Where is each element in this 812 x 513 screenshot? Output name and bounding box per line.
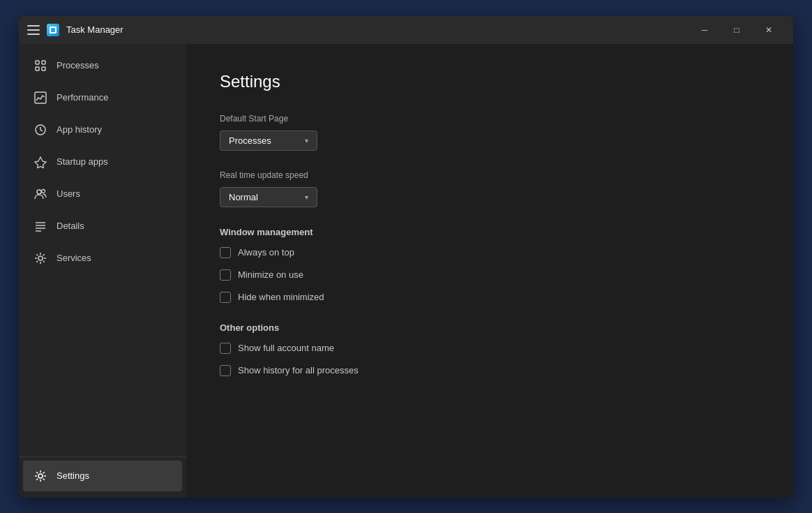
real-time-update-label: Real time update speed: [220, 170, 760, 180]
window-management-section: Window management Always on top Minimize…: [220, 227, 760, 303]
show-full-account-name-item[interactable]: Show full account name: [220, 343, 760, 354]
svg-rect-4: [35, 92, 46, 103]
svg-point-12: [38, 256, 43, 260]
sidebar-item-label: Users: [57, 188, 80, 199]
services-icon: [34, 252, 47, 265]
settings-icon: [34, 470, 47, 482]
sidebar: Processes Performance App history: [19, 44, 186, 498]
startup-apps-icon: [34, 156, 47, 168]
dropdown-value: Processes: [229, 135, 271, 146]
default-start-page-label: Default Start Page: [220, 114, 760, 124]
real-time-update-dropdown[interactable]: Normal ▾: [220, 187, 317, 207]
details-icon: [34, 220, 47, 232]
users-icon: [34, 188, 47, 200]
sidebar-item-processes[interactable]: Processes: [23, 50, 182, 81]
sidebar-item-label: Processes: [57, 60, 99, 70]
processes-icon: [34, 59, 47, 72]
sidebar-item-users[interactable]: Users: [23, 179, 182, 209]
hide-when-minimized-label: Hide when minimized: [238, 292, 324, 302]
minimize-on-use-label: Minimize on use: [238, 269, 303, 280]
sidebar-item-settings[interactable]: Settings: [23, 461, 182, 491]
sidebar-bottom: Settings: [19, 456, 186, 492]
svg-point-7: [42, 189, 45, 193]
sidebar-item-label: Performance: [57, 92, 108, 103]
window-management-title: Window management: [220, 227, 760, 237]
svg-rect-1: [42, 61, 45, 64]
minimize-on-use-item[interactable]: Minimize on use: [220, 269, 760, 281]
always-on-top-checkbox[interactable]: [220, 247, 231, 258]
show-full-account-name-checkbox[interactable]: [220, 343, 231, 354]
real-time-update-section: Real time update speed Normal ▾: [220, 170, 760, 207]
sidebar-item-label: App history: [57, 124, 102, 135]
minimize-button[interactable]: ─: [689, 19, 721, 41]
other-options-title: Other options: [220, 322, 760, 333]
show-history-all-processes-checkbox[interactable]: [220, 365, 231, 376]
minimize-on-use-checkbox[interactable]: [220, 269, 231, 281]
svg-rect-3: [42, 67, 45, 70]
sidebar-item-performance[interactable]: Performance: [23, 82, 182, 113]
sidebar-item-details[interactable]: Details: [23, 211, 182, 241]
titlebar: Task Manager ─ □ ✕: [19, 16, 793, 44]
sidebar-item-label: Settings: [57, 470, 89, 481]
always-on-top-label: Always on top: [238, 247, 294, 258]
show-history-all-processes-label: Show history for all processes: [238, 365, 359, 376]
always-on-top-item[interactable]: Always on top: [220, 247, 760, 258]
svg-rect-0: [36, 61, 39, 64]
hamburger-icon[interactable]: [27, 25, 40, 35]
content: Processes Performance App history: [19, 44, 793, 498]
main-content: Settings Default Start Page Processes ▾ …: [186, 44, 793, 498]
app-icon: [47, 24, 59, 36]
default-start-page-section: Default Start Page Processes ▾: [220, 114, 760, 151]
hide-when-minimized-checkbox[interactable]: [220, 292, 231, 303]
dropdown-value: Normal: [229, 192, 258, 202]
sidebar-item-app-history[interactable]: App history: [23, 114, 182, 145]
show-full-account-name-label: Show full account name: [238, 343, 334, 353]
page-title: Settings: [220, 72, 760, 91]
titlebar-left: Task Manager: [27, 24, 689, 36]
titlebar-controls: ─ □ ✕: [689, 19, 785, 41]
close-button[interactable]: ✕: [753, 19, 785, 41]
svg-rect-2: [36, 67, 39, 70]
hide-when-minimized-item[interactable]: Hide when minimized: [220, 292, 760, 303]
sidebar-item-label: Services: [57, 253, 91, 263]
titlebar-title: Task Manager: [66, 24, 123, 35]
app-history-icon: [34, 124, 47, 136]
default-start-page-dropdown[interactable]: Processes ▾: [220, 131, 317, 151]
sidebar-item-startup-apps[interactable]: Startup apps: [23, 147, 182, 177]
chevron-down-icon: ▾: [305, 137, 308, 144]
other-options-section: Other options Show full account name Sho…: [220, 322, 760, 376]
chevron-down-icon: ▾: [305, 193, 308, 201]
sidebar-item-label: Details: [57, 221, 84, 231]
sidebar-item-services[interactable]: Services: [23, 243, 182, 274]
performance-icon: [34, 91, 47, 104]
show-history-all-processes-item[interactable]: Show history for all processes: [220, 365, 760, 376]
svg-point-6: [37, 190, 41, 194]
maximize-button[interactable]: □: [721, 19, 753, 41]
sidebar-item-label: Startup apps: [57, 156, 108, 167]
svg-point-13: [38, 474, 43, 478]
task-manager-window: Task Manager ─ □ ✕ Processes: [19, 16, 793, 498]
